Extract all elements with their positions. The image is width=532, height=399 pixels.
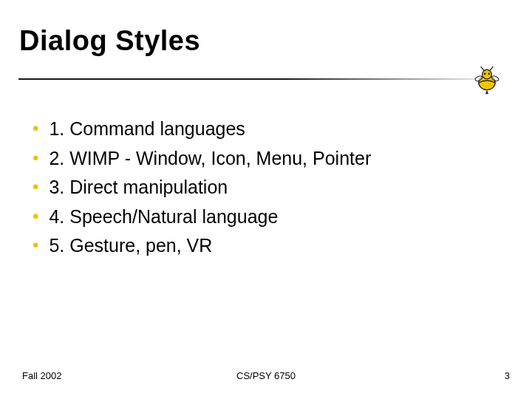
bullet-icon: •	[33, 203, 38, 230]
list-item: • 3. Direct manipulation	[33, 174, 491, 202]
svg-line-5	[490, 66, 493, 70]
mascot-icon	[471, 65, 502, 96]
list-item-text: 1. Command languages	[49, 115, 491, 143]
list-item-text: 4. Speech/Natural language	[49, 203, 491, 231]
bullet-icon: •	[33, 145, 38, 171]
bullet-icon: •	[33, 232, 38, 259]
bullet-list: • 1. Command languages • 2. WIMP - Windo…	[33, 115, 491, 262]
list-item-text: 5. Gesture, pen, VR	[49, 232, 491, 260]
slide: Dialog Styles • 1. Command langua	[0, 0, 532, 399]
svg-point-1	[482, 69, 492, 79]
svg-point-2	[484, 73, 486, 75]
list-item: • 4. Speech/Natural language	[33, 203, 491, 231]
footer-course: CS/PSY 6750	[0, 370, 532, 381]
svg-line-4	[481, 66, 484, 70]
bullet-icon: •	[33, 115, 38, 142]
list-item: • 2. WIMP - Window, Icon, Menu, Pointer	[33, 145, 491, 173]
list-item: • 5. Gesture, pen, VR	[33, 232, 491, 260]
divider-line	[18, 78, 502, 80]
page-title: Dialog Styles	[19, 25, 200, 57]
bullet-icon: •	[33, 174, 38, 200]
list-item: • 1. Command languages	[33, 115, 491, 143]
title-rule	[18, 74, 502, 96]
footer-page-number: 3	[505, 370, 510, 381]
svg-point-3	[488, 73, 490, 75]
list-item-text: 2. WIMP - Window, Icon, Menu, Pointer	[49, 145, 491, 173]
list-item-text: 3. Direct manipulation	[49, 174, 491, 202]
